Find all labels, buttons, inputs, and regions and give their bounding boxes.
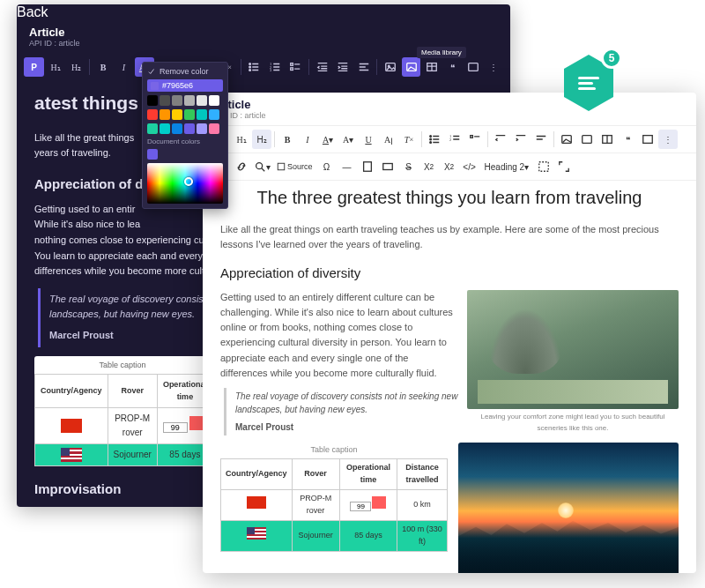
table-row[interactable]: PROP-M rover xyxy=(35,407,213,443)
outdent-button[interactable] xyxy=(313,57,331,77)
table-row[interactable]: PROP-M rover 0 km xyxy=(221,489,448,520)
bullet-list-button[interactable] xyxy=(425,130,444,149)
table-caption: Table caption xyxy=(220,443,448,458)
color-spectrum[interactable] xyxy=(147,163,223,204)
case-button[interactable]: Aꞁ xyxy=(379,130,398,149)
light-table[interactable]: Table caption Country/Agency Rover Opera… xyxy=(220,443,448,552)
h2-button[interactable]: H₂ xyxy=(67,57,85,77)
heading-2[interactable]: Appreciation of diversity xyxy=(220,263,679,283)
template-button[interactable] xyxy=(358,157,377,176)
table-button[interactable] xyxy=(597,130,617,149)
outdent-button[interactable] xyxy=(491,130,510,149)
image-button[interactable] xyxy=(557,130,576,149)
underline-button[interactable]: U xyxy=(359,130,378,149)
quote-button[interactable]: ❝ xyxy=(618,130,637,149)
italic-button[interactable]: I xyxy=(298,130,317,149)
more-button[interactable]: ⋮ xyxy=(658,130,678,149)
form-button[interactable] xyxy=(378,157,397,176)
color-swatches-row2 xyxy=(147,109,223,120)
remove-color-label: Remove color xyxy=(160,67,209,76)
color-swatch[interactable] xyxy=(172,109,182,120)
code-button[interactable] xyxy=(638,130,657,149)
color-swatch[interactable] xyxy=(209,95,219,106)
back-link[interactable]: Back xyxy=(17,4,48,19)
paragraph-button[interactable]: P xyxy=(24,57,44,77)
paragraph[interactable]: Like all the great things on earth trave… xyxy=(220,222,679,252)
link-button[interactable] xyxy=(232,157,251,176)
color-swatch[interactable] xyxy=(147,149,158,160)
color-swatch[interactable] xyxy=(184,109,195,120)
quote-button[interactable]: ❝ xyxy=(443,57,462,77)
media-library-button[interactable] xyxy=(577,130,597,149)
sub-button[interactable]: X2 xyxy=(419,157,439,176)
svg-point-55 xyxy=(256,163,262,169)
more-button[interactable]: ⋮ xyxy=(485,57,503,77)
indent-button[interactable] xyxy=(511,130,531,149)
special-char-button[interactable]: Ω xyxy=(317,157,337,176)
heading-select[interactable]: Heading 2 ▾ xyxy=(481,157,533,176)
color-swatch[interactable] xyxy=(172,123,182,134)
bold-button[interactable]: B xyxy=(93,57,112,77)
numbered-list-button[interactable]: 123 xyxy=(265,57,284,77)
separator xyxy=(376,59,377,75)
h2-button[interactable]: H₂ xyxy=(252,130,271,149)
hex-badge[interactable]: 5 xyxy=(564,55,613,111)
bold-button[interactable]: B xyxy=(278,130,297,149)
remove-color-button[interactable]: Remove color xyxy=(147,67,223,76)
dark-table[interactable]: Table caption Country/Agency Rover Opera… xyxy=(34,356,211,467)
svg-rect-44 xyxy=(471,136,473,138)
color-swatch[interactable] xyxy=(160,123,170,134)
image-button[interactable] xyxy=(381,57,399,77)
time-input[interactable] xyxy=(350,502,371,511)
h1-button[interactable]: H₁ xyxy=(46,57,64,77)
code-button[interactable] xyxy=(464,57,482,77)
floated-image[interactable]: Leaving your comfort zone might lead you… xyxy=(467,290,679,436)
select-all-button[interactable] xyxy=(534,157,553,176)
light-content[interactable]: The three greatest things you learn from… xyxy=(203,181,696,573)
find-button[interactable]: ▾ xyxy=(252,157,271,176)
color-swatch[interactable] xyxy=(172,95,182,106)
sunset-image[interactable] xyxy=(458,443,679,573)
color-swatch[interactable] xyxy=(184,123,195,134)
sup-button[interactable]: X2 xyxy=(440,157,459,176)
color-swatch[interactable] xyxy=(160,95,170,106)
media-library-button[interactable] xyxy=(402,57,420,77)
spectrum-cursor[interactable] xyxy=(184,177,193,186)
document-lines-icon xyxy=(578,74,599,92)
align-button[interactable] xyxy=(531,130,551,149)
bullet-list-button[interactable] xyxy=(245,57,263,77)
color-swatch[interactable] xyxy=(147,109,158,120)
fullscreen-button[interactable] xyxy=(554,157,574,176)
svg-text:2: 2 xyxy=(449,138,451,142)
numbered-list-button[interactable]: 12 xyxy=(445,130,464,149)
indent-button[interactable] xyxy=(333,57,352,77)
table-button[interactable] xyxy=(422,57,441,77)
color-swatch[interactable] xyxy=(197,109,207,120)
todo-list-button[interactable] xyxy=(465,130,485,149)
table-row[interactable]: Sojourner 85 days xyxy=(35,443,213,465)
clear-button[interactable]: T× xyxy=(399,130,419,149)
color-swatch[interactable] xyxy=(197,123,207,134)
heading-1[interactable]: The three greatest things you learn from… xyxy=(220,184,679,212)
color-swatch[interactable] xyxy=(184,95,195,106)
source-button[interactable]: Source xyxy=(273,157,316,176)
todo-list-button[interactable] xyxy=(286,57,305,77)
hr-button[interactable]: ― xyxy=(338,157,357,176)
color-swatch[interactable] xyxy=(197,95,207,106)
cell: PROP-M rover xyxy=(292,489,339,520)
bg-color-button[interactable]: A▾ xyxy=(338,130,358,149)
table-row[interactable]: Sojourner 85 days 100 m (330 ft) xyxy=(221,520,448,551)
color-swatch[interactable] xyxy=(160,109,170,120)
time-input[interactable] xyxy=(163,422,188,433)
strike-button[interactable]: S xyxy=(399,157,419,176)
svg-rect-54 xyxy=(643,136,653,144)
color-swatch[interactable] xyxy=(147,123,158,134)
color-swatch[interactable] xyxy=(209,109,219,120)
font-color-button[interactable]: A▾ xyxy=(318,130,338,149)
color-swatch[interactable] xyxy=(209,123,219,134)
color-swatch[interactable] xyxy=(147,95,158,106)
code-inline-button[interactable]: </> xyxy=(460,157,479,176)
align-button[interactable] xyxy=(354,57,373,77)
h1-button[interactable]: H₁ xyxy=(232,130,251,149)
italic-button[interactable]: I xyxy=(115,57,133,77)
